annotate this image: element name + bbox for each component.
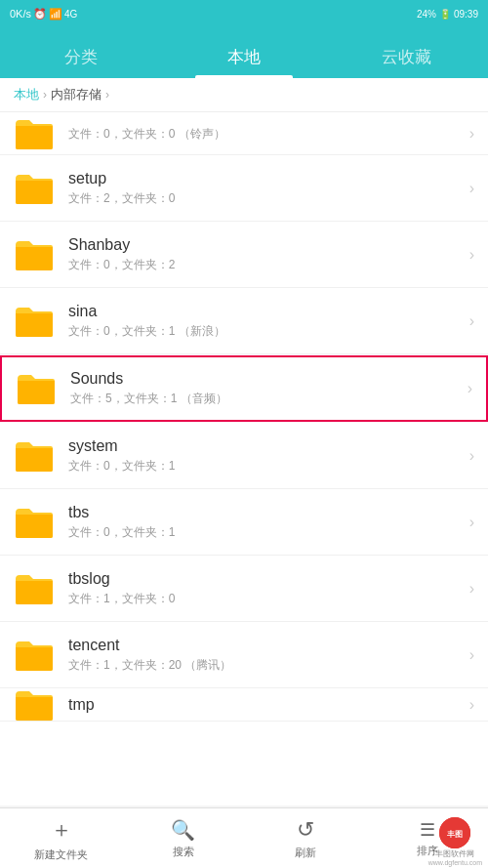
clock-icon: ⏰ [33,8,47,21]
tab-local[interactable]: 本地 [163,46,326,78]
list-item[interactable]: setup 文件：2，文件夹：0 › [0,155,488,222]
file-meta: 文件：0，文件夹：1 [68,524,462,541]
partial-file-meta: 文件：0，文件夹：0 （铃声） [68,126,462,143]
status-left: 0K/s ⏰ 📶 4G [10,8,77,21]
search-icon: 🔍 [171,818,195,842]
list-item[interactable]: system 文件：0，文件夹：1 › [0,423,488,489]
folder-icon [14,688,55,722]
brand-url: www.dgfentu.com [428,859,482,866]
file-items-container: setup 文件：2，文件夹：0 › Shanbay 文件：0，文件夹：2 › … [0,155,488,722]
breadcrumb-internal[interactable]: 内部存储 [51,86,102,103]
chevron-icon: › [469,646,474,664]
brand-text: 丰图软件网 [435,848,474,859]
top-nav: 分类 本地 云收藏 [0,27,488,78]
folder-icon [14,304,55,339]
file-meta: 文件：0，文件夹：1 （新浪） [68,323,462,340]
breadcrumb-local[interactable]: 本地 [14,86,39,103]
file-info: tbslog 文件：1，文件夹：0 [68,570,462,607]
wifi-icon: 📶 [49,8,62,21]
partial-file-info: tmp [68,696,469,714]
battery-icon: 🔋 [439,9,451,20]
file-name: system [68,437,462,455]
plus-icon: ＋ [51,815,72,845]
list-item-tmp[interactable]: tmp › [0,688,488,722]
folder-icon [14,571,55,606]
list-item[interactable]: Sounds 文件：5，文件夹：1 （音频） › [0,355,488,422]
folder-icon [14,116,55,151]
new-folder-label: 新建文件夹 [34,847,88,862]
folder-icon [16,371,57,406]
breadcrumb-sep-1: › [43,88,47,102]
file-meta: 文件：5，文件夹：1 （音频） [70,391,460,407]
chevron-icon: › [469,447,474,465]
new-folder-button[interactable]: ＋ 新建文件夹 [0,808,122,868]
search-button[interactable]: 🔍 搜索 [122,808,244,868]
refresh-label: 刷新 [295,846,316,860]
list-item[interactable]: Shanbay 文件：0，文件夹：2 › [0,222,488,288]
breadcrumb-sep-2: › [105,88,109,102]
file-list: 文件：0，文件夹：0 （铃声） › setup 文件：2，文件夹：0 › Sha… [0,112,488,806]
list-item-partial[interactable]: 文件：0，文件夹：0 （铃声） › [0,112,488,155]
tab-cloud[interactable]: 云收藏 [325,46,488,78]
brand-watermark: 丰图 丰图软件网 www.dgfentu.com [428,817,482,866]
refresh-icon: ↺ [297,817,314,843]
status-bar: 0K/s ⏰ 📶 4G 24% 🔋 09:39 [0,0,488,27]
list-item[interactable]: tencent 文件：1，文件夹：20 （腾讯） › [0,622,488,688]
file-info: Sounds 文件：5，文件夹：1 （音频） [70,370,460,407]
chevron-icon: › [469,180,474,197]
file-name: tbslog [68,570,462,588]
list-item[interactable]: sina 文件：0，文件夹：1 （新浪） › [0,288,488,354]
folder-icon [14,171,55,206]
file-name: Shanbay [68,236,462,254]
file-info: tencent 文件：1，文件夹：20 （腾讯） [68,637,462,674]
chevron-icon: › [469,514,474,531]
file-info: setup 文件：2，文件夹：0 [68,170,462,207]
file-info: Shanbay 文件：0，文件夹：2 [68,236,462,273]
folder-icon [14,505,55,540]
chevron-icon: › [469,696,474,714]
clock-time: 09:39 [454,9,478,20]
status-right: 24% 🔋 09:39 [417,9,478,20]
tab-category[interactable]: 分类 [0,46,163,78]
partial-name: tmp [68,696,469,714]
file-name: setup [68,170,462,187]
search-label: 搜索 [173,845,194,859]
file-meta: 文件：2，文件夹：0 [68,190,462,207]
list-item[interactable]: tbslog 文件：1，文件夹：0 › [0,556,488,622]
file-name: sina [68,303,462,320]
refresh-button[interactable]: ↺ 刷新 [244,808,366,868]
file-meta: 文件：0，文件夹：1 [68,458,462,475]
chevron-icon: › [469,125,474,143]
svg-text:丰图: 丰图 [447,830,463,839]
folder-icon [14,237,55,272]
folder-icon [14,438,55,474]
file-meta: 文件：1，文件夹：20 （腾讯） [68,657,462,674]
battery-percent: 24% [417,9,436,20]
chevron-icon: › [469,580,474,598]
file-info: system 文件：0，文件夹：1 [68,437,462,475]
chevron-icon: › [469,246,474,264]
brand-logo: 丰图 [439,817,470,848]
file-info: tbs 文件：0，文件夹：1 [68,504,462,541]
signal-icon: 4G [64,9,77,20]
file-name: tencent [68,637,462,654]
breadcrumb: 本地 › 内部存储 › [0,78,488,112]
chevron-icon: › [468,380,472,397]
list-item[interactable]: tbs 文件：0，文件夹：1 › [0,489,488,556]
network-speed: 0K/s [10,8,31,20]
partial-file-info: 文件：0，文件夹：0 （铃声） [68,124,462,143]
chevron-icon: › [469,312,474,330]
file-name: tbs [68,504,462,521]
folder-icon [14,638,55,673]
file-name: Sounds [70,370,460,388]
bottom-nav: ＋ 新建文件夹 🔍 搜索 ↺ 刷新 ☰ 排序 丰图 丰图软件网 www.dgfe… [0,807,488,868]
file-meta: 文件：0，文件夹：2 [68,257,462,273]
file-meta: 文件：1，文件夹：0 [68,591,462,607]
file-info: sina 文件：0，文件夹：1 （新浪） [68,303,462,340]
